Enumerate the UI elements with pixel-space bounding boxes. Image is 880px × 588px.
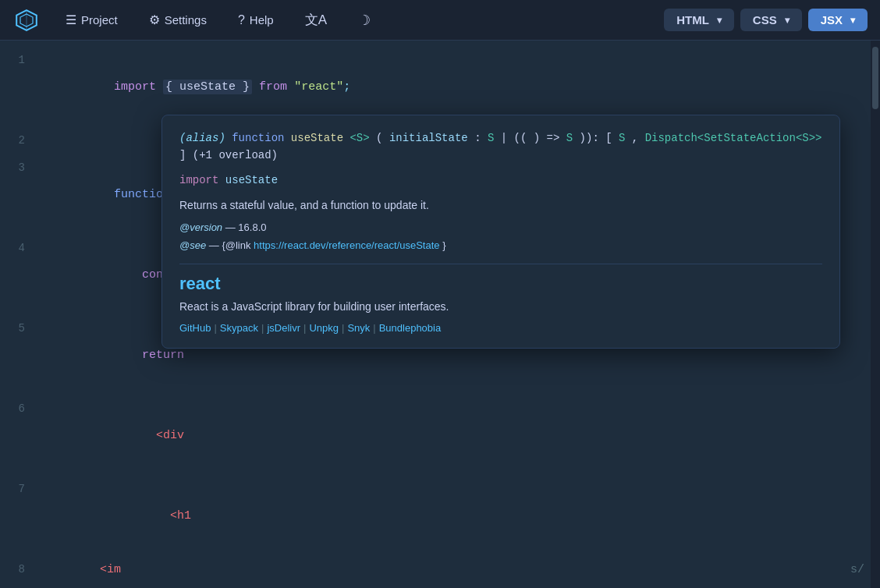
tooltip-react-title: react — [179, 274, 822, 294]
separator: | — [303, 322, 306, 334]
css-chevron-icon: ▾ — [785, 15, 790, 26]
line-number: 5 — [0, 315, 37, 342]
nav-help[interactable]: ? Help — [232, 10, 280, 30]
nav-settings[interactable]: ⚙ Settings — [143, 9, 213, 30]
tooltip-alias: (alias) — [179, 132, 225, 144]
tooltip-see-link[interactable]: https://react.dev/reference/react/useSta… — [254, 239, 439, 251]
help-icon: ? — [238, 13, 245, 27]
app-logo[interactable] — [12, 6, 41, 34]
navbar: ☰ Project ⚙ Settings ? Help 文A ☽ HTML ▾ … — [0, 0, 880, 41]
table-row: 6 <div — [0, 395, 880, 476]
hamburger-icon: ☰ — [66, 12, 76, 27]
tooltip-version-value: — 16.8.0 — [225, 221, 267, 233]
tooltip-import-name: useState — [225, 174, 278, 186]
line-number: 4 — [0, 235, 37, 261]
jsx-chevron-icon: ▾ — [850, 15, 855, 26]
nav-help-label: Help — [250, 13, 274, 27]
tooltip-see-close: } — [442, 239, 445, 251]
scrollbar-thumb[interactable] — [872, 47, 878, 109]
lang-jsx-button[interactable]: JSX ▾ — [808, 9, 868, 31]
nav-theme[interactable]: ☽ — [352, 9, 377, 32]
line-code: <h1 — [37, 476, 880, 556]
editor-area: 1 import { useState } from "react"; 2 3 … — [0, 41, 880, 588]
lang-html-label: HTML — [676, 13, 709, 27]
scrollbar-track[interactable] — [871, 41, 880, 588]
table-row: 8 <im s/ — [0, 556, 880, 583]
tooltip-links: GitHub | Skypack | jsDelivr | Unpkg | Sn… — [179, 322, 822, 334]
tooltip-generic: <S> — [350, 132, 369, 144]
tooltip-function-name: useState — [291, 132, 343, 144]
line-code: <p — [37, 584, 880, 588]
lang-html-button[interactable]: HTML ▾ — [664, 9, 734, 31]
line-number: 2 — [0, 127, 37, 154]
tooltip-import-line: import useState — [179, 174, 822, 186]
nav-translate[interactable]: 文A — [299, 8, 333, 32]
tooltip-divider — [179, 264, 822, 264]
line-number: 6 — [0, 395, 37, 422]
line-number: 7 — [0, 476, 37, 502]
html-chevron-icon: ▾ — [717, 15, 722, 26]
lang-switcher: HTML ▾ CSS ▾ JSX ▾ — [664, 9, 868, 31]
tooltip-description: Returns a stateful value, and a function… — [179, 197, 822, 214]
tooltip-link-bundlephobia[interactable]: Bundlephobia — [379, 322, 442, 334]
tooltip-version-label: @version — [179, 221, 222, 233]
tooltip-import-keyword: import — [179, 174, 218, 186]
tooltip-type: S — [488, 132, 494, 144]
table-row: 9 <p — [0, 583, 880, 588]
translate-icon: 文A — [305, 11, 327, 29]
line-code: <im s/ — [37, 557, 880, 583]
tooltip-function-keyword: function — [232, 132, 284, 144]
separator: | — [373, 322, 375, 334]
moon-icon: ☽ — [358, 12, 371, 29]
tooltip-react-description: React is a JavaScript library for buildi… — [179, 300, 822, 313]
tooltip-see-label: @see — [179, 239, 206, 251]
tooltip-signature: (alias) function useState <S> ( initialS… — [179, 129, 822, 165]
line-number: 9 — [0, 583, 37, 588]
nav-project-label: Project — [81, 13, 118, 27]
line-number: 8 — [0, 556, 37, 583]
tooltip-link-skypack[interactable]: Skypack — [220, 322, 258, 334]
line-code: <div — [37, 396, 880, 476]
tooltip-link-snyk[interactable]: Snyk — [347, 322, 370, 334]
tooltip-link-unpkg[interactable]: Unpkg — [309, 322, 339, 334]
tooltip-link-jsdelivr[interactable]: jsDelivr — [267, 322, 300, 334]
tooltip-version: @version — 16.8.0 — [179, 221, 822, 233]
tooltip-see: @see — {@link https://react.dev/referenc… — [179, 239, 822, 251]
settings-icon: ⚙ — [149, 12, 160, 27]
nav-settings-label: Settings — [165, 13, 207, 27]
line-number: 1 — [0, 47, 37, 73]
code-panel[interactable]: 1 import { useState } from "react"; 2 3 … — [0, 41, 880, 588]
tooltip-link-github[interactable]: GitHub — [179, 322, 211, 334]
separator: | — [214, 322, 216, 334]
separator: | — [342, 322, 344, 334]
lang-css-button[interactable]: CSS ▾ — [740, 9, 802, 31]
tooltip-dispatch-type: Dispatch<SetStateAction<S>> — [645, 132, 822, 144]
lang-css-label: CSS — [753, 13, 777, 27]
nav-project[interactable]: ☰ Project — [59, 9, 124, 30]
table-row: 7 <h1 — [0, 476, 880, 556]
line-number: 3 — [0, 154, 37, 181]
separator: | — [261, 322, 264, 334]
lang-jsx-label: JSX — [821, 13, 843, 27]
tooltip-see-dash: — { — [209, 239, 225, 251]
tooltip-param: initialState — [389, 132, 468, 144]
tooltip-popup: (alias) function useState <S> ( initialS… — [161, 115, 840, 349]
